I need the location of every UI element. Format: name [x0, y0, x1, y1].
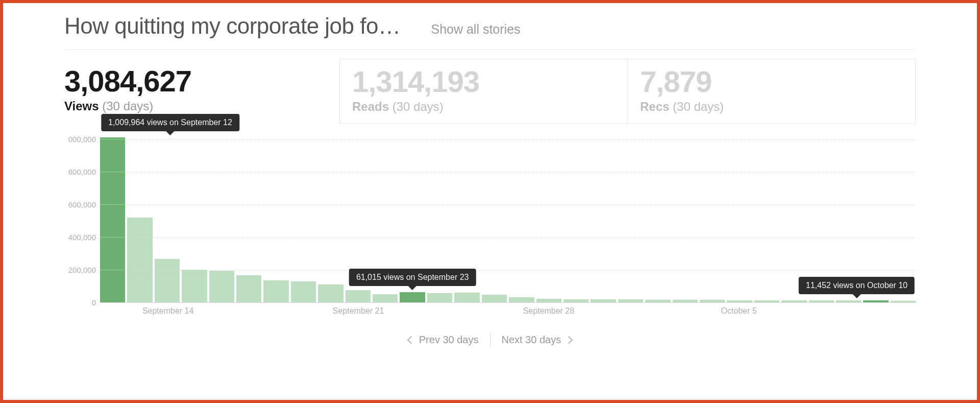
chart-bar[interactable] — [127, 218, 152, 302]
chart-tooltip: 11,452 views on October 10 — [799, 277, 915, 294]
metric-value: 7,879 — [640, 66, 903, 98]
chart-gridline — [100, 139, 916, 139]
chart-bar[interactable] — [182, 270, 207, 302]
chart-bar[interactable] — [346, 290, 371, 302]
header-row: How quitting my corporate job fo… Show a… — [64, 13, 916, 50]
y-tick-label: 200,000 — [68, 265, 96, 274]
metric-label-period: (30 days) — [393, 100, 444, 113]
stats-panel: How quitting my corporate job fo… Show a… — [0, 0, 980, 403]
y-tick-label: 800,000 — [68, 167, 96, 176]
metric-label-period: (30 days) — [673, 100, 724, 113]
y-tick-label: 000,000 — [68, 134, 96, 143]
metric-value: 3,084,627 — [64, 66, 327, 97]
chart-bars — [100, 139, 916, 302]
chart-bar[interactable] — [155, 259, 180, 302]
chart-bar[interactable] — [291, 281, 316, 302]
next-label: Next 30 days — [502, 334, 561, 346]
metric-label-name: Reads — [352, 100, 389, 113]
story-title[interactable]: How quitting my corporate job fo… — [64, 13, 400, 39]
chart-gridline — [100, 270, 916, 270]
chart-gridline — [100, 172, 916, 172]
chart-gridline — [100, 204, 916, 205]
chevron-right-icon — [565, 336, 573, 344]
metric-label: Reads (30 days) — [352, 100, 615, 114]
metric-label: Recs (30 days) — [640, 100, 903, 114]
x-tick-label: October 5 — [721, 306, 757, 316]
y-tick-label: 0 — [92, 298, 96, 306]
chart-bar[interactable] — [318, 285, 343, 302]
chart-bar[interactable] — [509, 297, 534, 302]
views-chart: 0200,000400,000600,000800,000000,0001,00… — [64, 139, 916, 323]
chart-bar[interactable] — [373, 294, 398, 302]
prev-label: Prev 30 days — [419, 334, 479, 346]
chart-bar[interactable] — [209, 271, 234, 302]
metric-card-recs[interactable]: 7,879Recs (30 days) — [628, 59, 916, 124]
chart-bar[interactable] — [100, 137, 125, 302]
show-all-stories-link[interactable]: Show all stories — [431, 22, 520, 37]
chart-bar[interactable] — [454, 293, 479, 302]
prev-30-days-button[interactable]: Prev 30 days — [397, 332, 490, 348]
metric-card-reads[interactable]: 1,314,193Reads (30 days) — [339, 59, 628, 124]
metric-value: 1,314,193 — [352, 66, 615, 98]
chart-tooltip: 61,015 views on September 23 — [349, 269, 476, 286]
metric-label: Views (30 days) — [64, 99, 327, 113]
chart-gridline — [100, 237, 916, 238]
chart-bar[interactable] — [427, 293, 452, 302]
metric-label-period: (30 days) — [102, 99, 153, 113]
chart-bar[interactable] — [236, 275, 261, 302]
x-tick-label: September 21 — [333, 306, 384, 316]
y-tick-label: 600,000 — [68, 200, 96, 208]
metric-label-name: Recs — [640, 100, 669, 113]
date-pager: Prev 30 days Next 30 days — [64, 332, 916, 348]
y-tick-label: 400,000 — [68, 232, 96, 241]
chart-bar[interactable] — [263, 280, 288, 302]
next-30-days-button[interactable]: Next 30 days — [491, 332, 583, 348]
x-tick-label: September 14 — [142, 306, 194, 316]
chevron-left-icon — [407, 336, 415, 344]
chart-plot-area: 0200,000400,000600,000800,000000,0001,00… — [100, 139, 916, 302]
chart-bar[interactable] — [536, 299, 561, 302]
chart-x-ticks: September 14September 21September 28Octo… — [100, 302, 916, 323]
chart-bar[interactable] — [400, 292, 425, 302]
chart-tooltip: 1,009,964 views on September 12 — [101, 114, 239, 131]
x-tick-label: September 28 — [523, 306, 575, 316]
metric-label-name: Views — [64, 99, 99, 113]
chart-bar[interactable] — [482, 295, 507, 302]
